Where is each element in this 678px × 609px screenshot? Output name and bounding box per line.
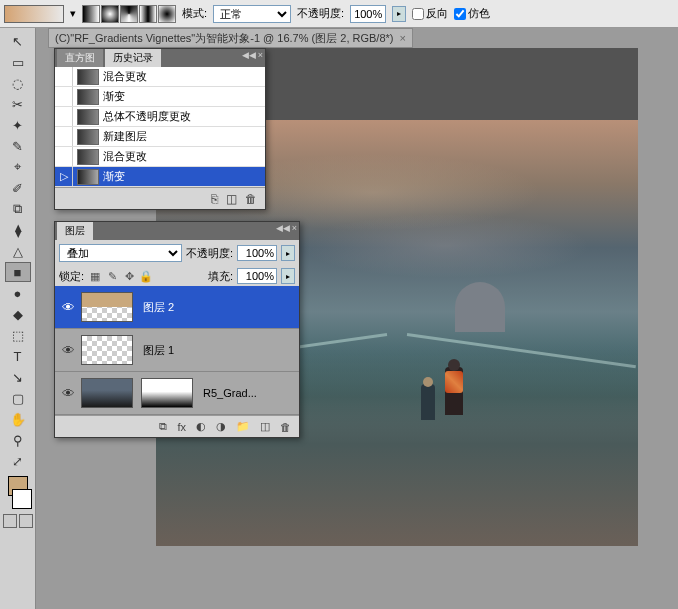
crop-tool[interactable]: ✂	[5, 94, 31, 114]
fill-flyout-icon[interactable]: ▸	[281, 268, 295, 284]
document-title: (C)"RF_Gradients Vignettes"为智能对象-1 @ 16.…	[55, 31, 393, 46]
history-step-icon	[77, 69, 99, 85]
history-step-icon	[77, 149, 99, 165]
tab-history[interactable]: 历史记录	[105, 49, 161, 67]
history-tabbar: 直方图 历史记录 ◀◀×	[55, 49, 265, 67]
gradient-picker[interactable]	[4, 5, 64, 23]
marquee-tool[interactable]: ▭	[5, 52, 31, 72]
visibility-icon[interactable]: 👁	[59, 386, 77, 401]
layer-name[interactable]: R5_Grad...	[203, 387, 257, 399]
layer-thumbnail[interactable]	[81, 292, 133, 322]
lock-transparent-icon[interactable]: ▦	[88, 269, 102, 283]
trash-icon[interactable]: 🗑	[245, 192, 257, 206]
reverse-checkbox[interactable]: 反向	[412, 6, 448, 21]
path-tool[interactable]: ↘	[5, 367, 31, 387]
visibility-icon[interactable]: 👁	[59, 343, 77, 358]
history-brush-tool[interactable]: ⧫	[5, 220, 31, 240]
layers-lock-row: 锁定: ▦ ✎ ✥ 🔒 填充: ▸	[55, 266, 299, 286]
tab-histogram[interactable]: 直方图	[57, 49, 103, 67]
layer-mask-thumbnail[interactable]	[141, 378, 193, 408]
diamond-gradient-icon[interactable]	[158, 5, 176, 23]
layer-row[interactable]: 👁 图层 2	[55, 286, 299, 329]
options-bar: ▾ 模式: 正常 不透明度: ▸ 反向 仿色	[0, 0, 678, 28]
layers-tabbar: 图层 ◀◀×	[55, 222, 299, 240]
history-item[interactable]: 总体不透明度更改	[55, 107, 265, 127]
blend-mode-select[interactable]: 叠加	[59, 244, 182, 262]
layers-options-row: 叠加 不透明度: ▸	[55, 240, 299, 266]
history-item[interactable]: ▷渐变	[55, 167, 265, 187]
stamp-tool[interactable]: ⧉	[5, 199, 31, 219]
opacity-input[interactable]	[350, 5, 386, 23]
dodge-tool[interactable]: ◆	[5, 304, 31, 324]
history-panel: 直方图 历史记录 ◀◀× 混合更改 渐变 总体不透明度更改 新建图层 混合更改 …	[54, 48, 266, 210]
layer-name[interactable]: 图层 2	[143, 300, 174, 315]
radial-gradient-icon[interactable]	[101, 5, 119, 23]
opacity-flyout-icon[interactable]: ▸	[392, 6, 406, 22]
lasso-tool[interactable]: ◌	[5, 73, 31, 93]
pen-tool[interactable]: ⬚	[5, 325, 31, 345]
history-item[interactable]: 新建图层	[55, 127, 265, 147]
dither-checkbox[interactable]: 仿色	[454, 6, 490, 21]
group-icon[interactable]: 📁	[236, 420, 250, 433]
document-tab[interactable]: (C)"RF_Gradients Vignettes"为智能对象-1 @ 16.…	[48, 28, 413, 48]
wand-tool[interactable]: ✦	[5, 115, 31, 135]
trash-icon[interactable]: 🗑	[280, 421, 291, 433]
layer-opacity-label: 不透明度:	[186, 246, 233, 261]
lock-all-icon[interactable]: 🔒	[139, 269, 153, 283]
heal-tool[interactable]: ⌖	[5, 157, 31, 177]
dropdown-arrow-icon[interactable]: ▾	[70, 7, 76, 20]
link-icon[interactable]: ⧉	[159, 420, 167, 433]
layer-thumbnail[interactable]	[81, 378, 133, 408]
layer-thumbnail[interactable]	[81, 335, 133, 365]
visibility-icon[interactable]: 👁	[59, 300, 77, 315]
background-color[interactable]	[12, 489, 32, 509]
fx-icon[interactable]: fx	[177, 421, 186, 433]
layer-row[interactable]: 👁 图层 1	[55, 329, 299, 372]
snapshot-icon[interactable]: ◫	[226, 192, 237, 206]
layer-opacity-input[interactable]	[237, 245, 277, 261]
eraser-tool[interactable]: △	[5, 241, 31, 261]
angle-gradient-icon[interactable]	[120, 5, 138, 23]
new-doc-icon[interactable]: ⎘	[211, 192, 218, 206]
history-item[interactable]: 渐变	[55, 87, 265, 107]
panel-close-icon[interactable]: ×	[292, 223, 297, 233]
panel-min-icon[interactable]: ◀◀	[242, 50, 256, 60]
panel-min-icon[interactable]: ◀◀	[276, 223, 290, 233]
reflected-gradient-icon[interactable]	[139, 5, 157, 23]
brush-tool[interactable]: ✐	[5, 178, 31, 198]
new-layer-icon[interactable]: ◫	[260, 420, 270, 433]
blur-tool[interactable]: ●	[5, 283, 31, 303]
linear-gradient-icon[interactable]	[82, 5, 100, 23]
history-step-icon	[77, 129, 99, 145]
gradient-type-swatches	[82, 5, 176, 23]
layer-name[interactable]: 图层 1	[143, 343, 174, 358]
fill-input[interactable]	[237, 268, 277, 284]
quick-mask-toggle[interactable]	[3, 514, 33, 528]
layers-footer: ⧉ fx ◐ ◑ 📁 ◫ 🗑	[55, 415, 299, 437]
mode-label: 模式:	[182, 6, 207, 21]
rotate-tool[interactable]: ⤢	[5, 451, 31, 471]
move-tool[interactable]: ↖	[5, 31, 31, 51]
adjust-icon[interactable]: ◑	[216, 420, 226, 433]
tab-layers[interactable]: 图层	[57, 222, 93, 240]
hand-tool[interactable]: ✋	[5, 409, 31, 429]
mode-select[interactable]: 正常	[213, 5, 291, 23]
history-item[interactable]: 混合更改	[55, 67, 265, 87]
gradient-tool[interactable]: ■	[5, 262, 31, 282]
mask-icon[interactable]: ◐	[196, 420, 206, 433]
eyedropper-tool[interactable]: ✎	[5, 136, 31, 156]
dither-check-input[interactable]	[454, 8, 466, 20]
reverse-check-input[interactable]	[412, 8, 424, 20]
history-step-icon	[77, 89, 99, 105]
shape-tool[interactable]: ▢	[5, 388, 31, 408]
type-tool[interactable]: T	[5, 346, 31, 366]
opacity-flyout-icon[interactable]: ▸	[281, 245, 295, 261]
zoom-tool[interactable]: ⚲	[5, 430, 31, 450]
lock-position-icon[interactable]: ✥	[122, 269, 136, 283]
close-icon[interactable]: ×	[399, 32, 405, 44]
lock-pixels-icon[interactable]: ✎	[105, 269, 119, 283]
history-item[interactable]: 混合更改	[55, 147, 265, 167]
history-list: 混合更改 渐变 总体不透明度更改 新建图层 混合更改 ▷渐变	[55, 67, 265, 187]
layer-row[interactable]: 👁 R5_Grad...	[55, 372, 299, 415]
panel-close-icon[interactable]: ×	[258, 50, 263, 60]
